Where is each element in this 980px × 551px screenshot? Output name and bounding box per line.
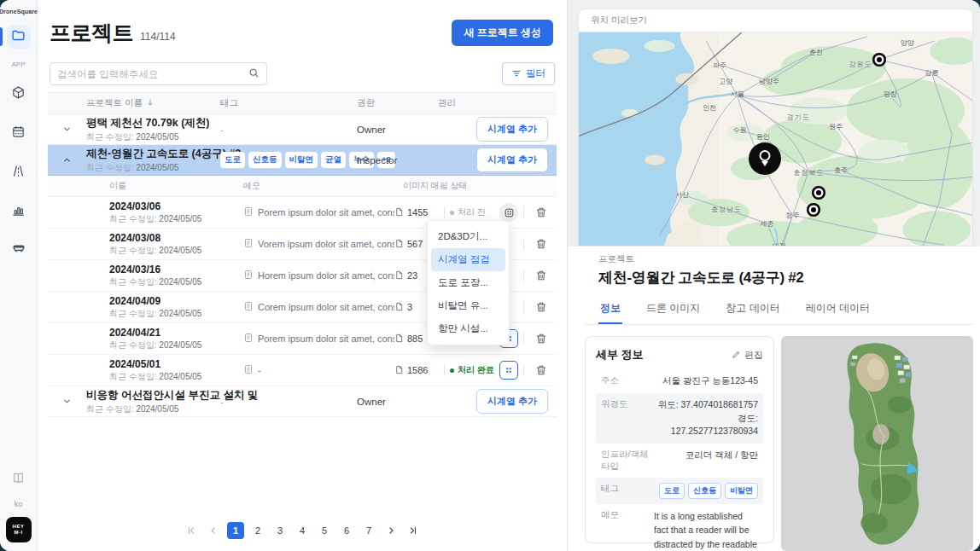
context-menu-item[interactable]: 항만 시설... bbox=[431, 317, 505, 340]
file-icon bbox=[394, 302, 404, 313]
road-icon bbox=[11, 164, 26, 182]
memo-icon bbox=[243, 238, 254, 250]
project-modified: 최근 수정일: 2024/05/05 bbox=[86, 131, 220, 143]
sidebar-item-drone[interactable] bbox=[7, 239, 31, 263]
sidebar-item-docs[interactable] bbox=[7, 467, 31, 491]
delete-button[interactable] bbox=[533, 204, 550, 221]
heymi-logo-line1: HEY bbox=[13, 524, 25, 530]
delete-button[interactable] bbox=[533, 299, 550, 316]
context-menu-item[interactable]: 비탈면 유... bbox=[431, 294, 505, 317]
project-modified: 최근 수정일: 2024/05/05 bbox=[86, 162, 220, 174]
timeseries-row[interactable]: 2024/05/01 최근 수정일: 2024/05/05 - 1586 처리 … bbox=[48, 355, 557, 386]
delete-button[interactable] bbox=[533, 235, 550, 252]
expand-button[interactable] bbox=[48, 125, 86, 134]
context-menu-item[interactable]: 도로 포장... bbox=[431, 271, 505, 294]
project-row[interactable]: 비응항 어선접안시설 부진교 설치 및 최근 수정일: 2024/05/05 -… bbox=[48, 386, 557, 417]
timeseries-memo: Vorem ipsum dolor sit amet, consec... bbox=[258, 239, 394, 249]
map-marker[interactable] bbox=[812, 186, 825, 200]
memo-icon bbox=[243, 333, 254, 345]
project-tags-empty: - bbox=[220, 397, 357, 407]
delete-button[interactable] bbox=[533, 330, 550, 347]
tag-chip: 비탈면 bbox=[285, 152, 318, 168]
sidebar-item-projects[interactable] bbox=[7, 25, 31, 49]
memo-icon bbox=[243, 364, 254, 376]
sidebar-item-calendar[interactable] bbox=[7, 121, 31, 145]
detail-tab[interactable]: 정보 bbox=[598, 296, 622, 324]
detail-tab[interactable]: 레이어 데이터 bbox=[804, 296, 872, 324]
timeseries-modified: 최근 수정일: 2024/05/05 bbox=[109, 371, 243, 383]
delete-button[interactable] bbox=[533, 267, 550, 284]
sidebar-item-road[interactable] bbox=[7, 160, 31, 184]
edit-label: 편집 bbox=[744, 349, 763, 362]
last-page-button[interactable] bbox=[405, 522, 422, 539]
open-actions-button[interactable] bbox=[499, 203, 518, 222]
mapping-status: 처리 완료 bbox=[450, 364, 499, 376]
locale-switch[interactable]: ko bbox=[15, 500, 23, 508]
detail-tab[interactable]: 드론 이미지 bbox=[645, 296, 702, 324]
new-project-button[interactable]: 새 프로젝트 생성 bbox=[452, 20, 553, 46]
timeseries-date: 2024/05/01 bbox=[109, 358, 243, 370]
timeseries-modified: 최근 수정일: 2024/05/05 bbox=[109, 213, 243, 225]
image-count: 1455 bbox=[407, 207, 428, 218]
col-header-name: 프로젝트 이름 bbox=[86, 97, 143, 109]
detail-project-title: 제천-영월간 고속도로 (4공구) #2 bbox=[598, 268, 973, 287]
timeseries-memo: Porem ipsum dolor sit amet, consec... bbox=[258, 207, 394, 218]
pencil-icon bbox=[732, 350, 741, 361]
image-count: 23 bbox=[407, 270, 417, 281]
project-info-section: 프로젝트 제천-영월간 고속도로 (4공구) #2 정보드론 이미지창고 데이터… bbox=[568, 246, 980, 551]
context-menu-item[interactable]: 2D&3D기... bbox=[431, 225, 505, 248]
page-number-button[interactable]: 1 bbox=[227, 522, 244, 539]
file-icon bbox=[394, 239, 404, 250]
project-tag-list: 도로신호등비탈면균열누수+2 bbox=[220, 152, 357, 168]
add-timeseries-button[interactable]: 시계열 추가 bbox=[476, 389, 548, 414]
map-marker[interactable] bbox=[807, 203, 820, 217]
sidebar-item-analytics[interactable] bbox=[7, 200, 31, 223]
pagination: 1234567 bbox=[38, 522, 567, 539]
drone-icon bbox=[11, 241, 26, 260]
field-tags: 태그 도로신호등비탈면 bbox=[596, 478, 763, 504]
map-marker[interactable] bbox=[749, 142, 781, 175]
context-menu-item[interactable]: 시계열 점검 bbox=[431, 248, 505, 271]
sidebar: DroneSquare APP bbox=[0, 0, 38, 551]
subcol-header-status: 이미지 매핑 상태 bbox=[403, 180, 557, 192]
map-marker-layer bbox=[579, 32, 972, 246]
page-number-button[interactable]: 2 bbox=[249, 522, 266, 539]
add-timeseries-button[interactable]: 시계열 추가 bbox=[476, 117, 548, 142]
page-number-button[interactable]: 5 bbox=[316, 522, 333, 539]
map-marker[interactable] bbox=[872, 53, 886, 67]
file-icon bbox=[394, 270, 404, 281]
file-icon bbox=[394, 334, 404, 345]
sidebar-item-3d-model[interactable] bbox=[7, 82, 31, 106]
page-number-button[interactable]: 3 bbox=[271, 522, 289, 539]
first-page-button[interactable] bbox=[183, 522, 200, 539]
table-header: 프로젝트 이름 태그 권한 관리 bbox=[48, 92, 557, 114]
page-number-button[interactable]: 4 bbox=[294, 522, 311, 539]
collapse-button[interactable] bbox=[48, 155, 86, 165]
image-count: 3 bbox=[407, 302, 412, 312]
expand-button[interactable] bbox=[48, 397, 86, 406]
page-number-button[interactable]: 7 bbox=[360, 522, 377, 539]
add-timeseries-button[interactable]: 시계열 추가 bbox=[476, 148, 548, 172]
col-header-manage: 관리 bbox=[438, 97, 557, 109]
orthomosaic-thumbnail[interactable] bbox=[781, 336, 973, 551]
filter-icon bbox=[511, 68, 522, 80]
project-row[interactable]: 평택 제천선 70.79k (제천) 최근 수정일: 2024/05/05 - … bbox=[48, 114, 557, 145]
search-box[interactable] bbox=[50, 62, 267, 85]
page-number-button[interactable]: 6 bbox=[338, 522, 355, 539]
delete-button[interactable] bbox=[533, 362, 550, 379]
filter-button[interactable]: 필터 bbox=[502, 62, 555, 85]
search-input[interactable] bbox=[57, 69, 248, 79]
tag-chip: 도로 bbox=[220, 152, 245, 168]
detail-tab[interactable]: 창고 데이터 bbox=[724, 296, 781, 324]
next-page-button[interactable] bbox=[382, 522, 400, 539]
map-preview[interactable]: 파주고양서울인천남양주춘천강원도양양강릉경기도수원용인원주평창충청북도충주서산충… bbox=[579, 32, 972, 246]
sort-desc-icon[interactable] bbox=[146, 98, 155, 108]
edit-button[interactable]: 편집 bbox=[732, 349, 763, 362]
mapping-status: 처리 전 bbox=[450, 206, 499, 218]
open-actions-button[interactable] bbox=[499, 361, 518, 380]
prev-page-button[interactable] bbox=[205, 522, 222, 539]
subcol-header-memo: 메모 bbox=[243, 180, 403, 192]
tag-chip: 도로 bbox=[659, 483, 685, 499]
project-row-selected[interactable]: 제천-영월간 고속도로 (4공구) #2 최근 수정일: 2024/05/05 … bbox=[48, 145, 557, 176]
field-memo: 메모 It is a long established fact that a … bbox=[596, 504, 763, 551]
